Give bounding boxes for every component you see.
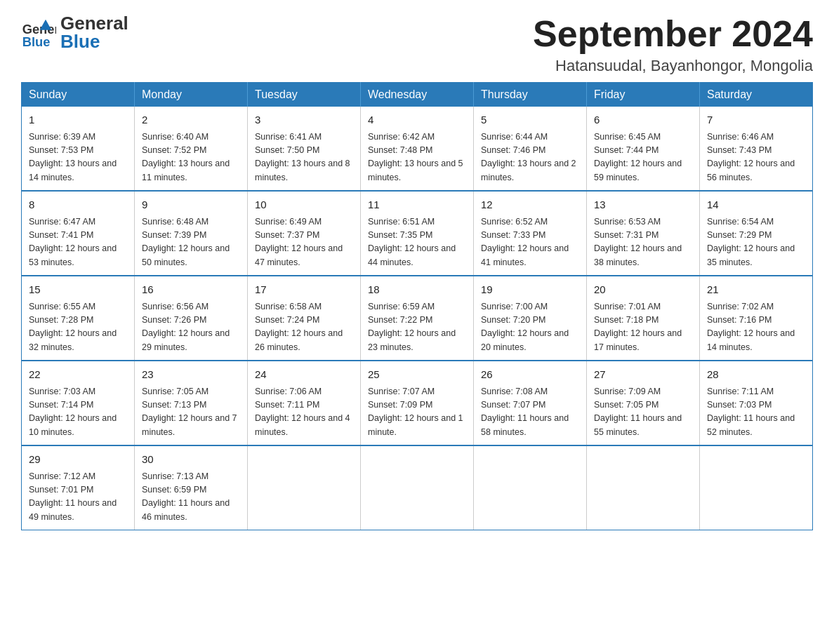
day-info: Sunrise: 6:56 AMSunset: 7:26 PMDaylight:… (142, 300, 240, 355)
calendar-cell: 1Sunrise: 6:39 AMSunset: 7:53 PMDaylight… (22, 107, 135, 191)
calendar-cell: 15Sunrise: 6:55 AMSunset: 7:28 PMDayligh… (22, 276, 135, 361)
day-number: 27 (594, 367, 692, 383)
day-number: 13 (594, 197, 692, 213)
calendar-cell (361, 445, 474, 530)
calendar-cell: 24Sunrise: 7:06 AMSunset: 7:11 PMDayligh… (248, 361, 361, 445)
day-number: 12 (481, 197, 579, 213)
day-number: 29 (29, 452, 127, 468)
column-header-wednesday: Wednesday (361, 83, 474, 107)
day-number: 8 (29, 197, 127, 213)
day-number: 2 (142, 112, 240, 128)
day-info: Sunrise: 7:12 AMSunset: 7:01 PMDaylight:… (29, 470, 127, 525)
column-header-thursday: Thursday (474, 83, 587, 107)
day-info: Sunrise: 6:46 AMSunset: 7:43 PMDaylight:… (707, 130, 805, 185)
day-info: Sunrise: 7:05 AMSunset: 7:13 PMDaylight:… (142, 385, 240, 440)
day-info: Sunrise: 6:48 AMSunset: 7:39 PMDaylight:… (142, 215, 240, 270)
day-number: 26 (481, 367, 579, 383)
column-header-tuesday: Tuesday (248, 83, 361, 107)
column-header-friday: Friday (587, 83, 700, 107)
calendar-cell: 19Sunrise: 7:00 AMSunset: 7:20 PMDayligh… (474, 276, 587, 361)
calendar-cell (700, 445, 813, 530)
day-info: Sunrise: 6:45 AMSunset: 7:44 PMDaylight:… (594, 130, 692, 185)
calendar-cell: 9Sunrise: 6:48 AMSunset: 7:39 PMDaylight… (135, 191, 248, 276)
logo-icon: General Blue (21, 15, 56, 50)
calendar-cell: 22Sunrise: 7:03 AMSunset: 7:14 PMDayligh… (22, 361, 135, 445)
day-number: 17 (255, 282, 353, 298)
day-info: Sunrise: 6:55 AMSunset: 7:28 PMDaylight:… (29, 300, 127, 355)
day-number: 18 (368, 282, 466, 298)
day-info: Sunrise: 6:39 AMSunset: 7:53 PMDaylight:… (29, 130, 127, 185)
day-info: Sunrise: 6:58 AMSunset: 7:24 PMDaylight:… (255, 300, 353, 355)
day-info: Sunrise: 7:06 AMSunset: 7:11 PMDaylight:… (255, 385, 353, 440)
day-number: 3 (255, 112, 353, 128)
page-header: General Blue General Blue September 2024… (21, 14, 813, 75)
calendar-cell (587, 445, 700, 530)
calendar-cell: 14Sunrise: 6:54 AMSunset: 7:29 PMDayligh… (700, 191, 813, 276)
title-area: September 2024 Hatansuudal, Bayanhongor,… (533, 14, 813, 75)
calendar-cell (248, 445, 361, 530)
calendar-week-row: 15Sunrise: 6:55 AMSunset: 7:28 PMDayligh… (22, 276, 813, 361)
logo-blue-text: Blue (60, 32, 128, 51)
calendar-cell: 27Sunrise: 7:09 AMSunset: 7:05 PMDayligh… (587, 361, 700, 445)
day-info: Sunrise: 6:47 AMSunset: 7:41 PMDaylight:… (29, 215, 127, 270)
day-info: Sunrise: 6:52 AMSunset: 7:33 PMDaylight:… (481, 215, 579, 270)
day-number: 28 (707, 367, 805, 383)
calendar-header-row: SundayMondayTuesdayWednesdayThursdayFrid… (22, 83, 813, 107)
calendar-cell: 17Sunrise: 6:58 AMSunset: 7:24 PMDayligh… (248, 276, 361, 361)
calendar-cell: 6Sunrise: 6:45 AMSunset: 7:44 PMDaylight… (587, 107, 700, 191)
day-number: 16 (142, 282, 240, 298)
day-info: Sunrise: 7:00 AMSunset: 7:20 PMDaylight:… (481, 300, 579, 355)
day-number: 24 (255, 367, 353, 383)
day-info: Sunrise: 7:07 AMSunset: 7:09 PMDaylight:… (368, 385, 466, 440)
day-number: 7 (707, 112, 805, 128)
day-info: Sunrise: 6:44 AMSunset: 7:46 PMDaylight:… (481, 130, 579, 185)
day-number: 6 (594, 112, 692, 128)
calendar-cell: 26Sunrise: 7:08 AMSunset: 7:07 PMDayligh… (474, 361, 587, 445)
calendar-week-row: 29Sunrise: 7:12 AMSunset: 7:01 PMDayligh… (22, 445, 813, 530)
calendar-cell: 12Sunrise: 6:52 AMSunset: 7:33 PMDayligh… (474, 191, 587, 276)
day-info: Sunrise: 6:54 AMSunset: 7:29 PMDaylight:… (707, 215, 805, 270)
calendar-cell: 8Sunrise: 6:47 AMSunset: 7:41 PMDaylight… (22, 191, 135, 276)
calendar-cell: 21Sunrise: 7:02 AMSunset: 7:16 PMDayligh… (700, 276, 813, 361)
calendar-cell: 3Sunrise: 6:41 AMSunset: 7:50 PMDaylight… (248, 107, 361, 191)
logo-general-text: General (60, 14, 128, 32)
day-info: Sunrise: 7:09 AMSunset: 7:05 PMDaylight:… (594, 385, 692, 440)
day-number: 4 (368, 112, 466, 128)
day-number: 14 (707, 197, 805, 213)
calendar-week-row: 22Sunrise: 7:03 AMSunset: 7:14 PMDayligh… (22, 361, 813, 445)
day-number: 21 (707, 282, 805, 298)
day-number: 25 (368, 367, 466, 383)
calendar-cell: 4Sunrise: 6:42 AMSunset: 7:48 PMDaylight… (361, 107, 474, 191)
calendar-cell: 29Sunrise: 7:12 AMSunset: 7:01 PMDayligh… (22, 445, 135, 530)
day-number: 11 (368, 197, 466, 213)
day-number: 22 (29, 367, 127, 383)
day-info: Sunrise: 7:08 AMSunset: 7:07 PMDaylight:… (481, 385, 579, 440)
calendar-cell: 18Sunrise: 6:59 AMSunset: 7:22 PMDayligh… (361, 276, 474, 361)
location-subtitle: Hatansuudal, Bayanhongor, Mongolia (533, 57, 813, 75)
calendar-cell: 2Sunrise: 6:40 AMSunset: 7:52 PMDaylight… (135, 107, 248, 191)
column-header-saturday: Saturday (700, 83, 813, 107)
calendar-cell: 23Sunrise: 7:05 AMSunset: 7:13 PMDayligh… (135, 361, 248, 445)
calendar-cell: 28Sunrise: 7:11 AMSunset: 7:03 PMDayligh… (700, 361, 813, 445)
day-number: 9 (142, 197, 240, 213)
day-number: 15 (29, 282, 127, 298)
day-info: Sunrise: 6:53 AMSunset: 7:31 PMDaylight:… (594, 215, 692, 270)
calendar-cell (474, 445, 587, 530)
calendar-cell: 13Sunrise: 6:53 AMSunset: 7:31 PMDayligh… (587, 191, 700, 276)
logo-text: General Blue (60, 14, 128, 51)
calendar-week-row: 8Sunrise: 6:47 AMSunset: 7:41 PMDaylight… (22, 191, 813, 276)
calendar-table: SundayMondayTuesdayWednesdayThursdayFrid… (21, 82, 813, 530)
day-number: 5 (481, 112, 579, 128)
day-info: Sunrise: 7:11 AMSunset: 7:03 PMDaylight:… (707, 385, 805, 440)
svg-text:Blue: Blue (22, 34, 51, 49)
calendar-cell: 5Sunrise: 6:44 AMSunset: 7:46 PMDaylight… (474, 107, 587, 191)
day-info: Sunrise: 7:13 AMSunset: 6:59 PMDaylight:… (142, 470, 240, 525)
calendar-week-row: 1Sunrise: 6:39 AMSunset: 7:53 PMDaylight… (22, 107, 813, 191)
column-header-sunday: Sunday (22, 83, 135, 107)
day-number: 1 (29, 112, 127, 128)
logo: General Blue General Blue (21, 14, 128, 51)
day-info: Sunrise: 6:42 AMSunset: 7:48 PMDaylight:… (368, 130, 466, 185)
calendar-cell: 25Sunrise: 7:07 AMSunset: 7:09 PMDayligh… (361, 361, 474, 445)
day-info: Sunrise: 6:41 AMSunset: 7:50 PMDaylight:… (255, 130, 353, 185)
day-info: Sunrise: 6:49 AMSunset: 7:37 PMDaylight:… (255, 215, 353, 270)
